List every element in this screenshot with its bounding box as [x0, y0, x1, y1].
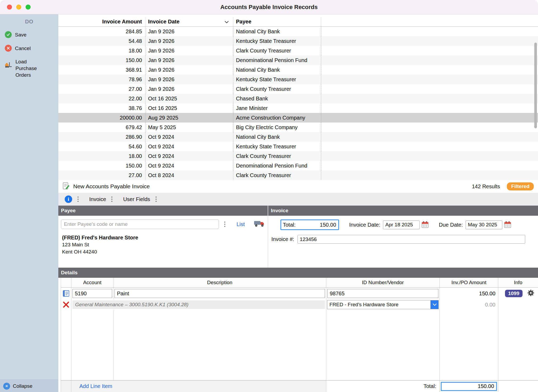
table-row[interactable]: 18.00 Jan 9 2026 Clark County Treasurer — [58, 46, 538, 55]
row-filler — [321, 103, 538, 113]
table-row[interactable]: 368.91 Jan 9 2026 National City Bank — [58, 65, 538, 75]
info-more-options-icon[interactable] — [76, 195, 80, 203]
id-number-input[interactable]: 98765 — [327, 289, 438, 298]
table-row[interactable]: 18.00 Oct 9 2024 Clark County Treasurer — [58, 151, 538, 161]
add-line-item-link[interactable]: Add Line Item — [71, 383, 112, 389]
results-bar: New Accounts Payable Invoice 142 Results… — [58, 180, 538, 193]
save-button[interactable]: Save — [0, 31, 58, 38]
invoice-tab-more-options-icon[interactable] — [110, 195, 114, 203]
invoice-amount-cell: 20000.00 — [58, 113, 145, 123]
invoice-amount-cell: 78.96 — [58, 75, 145, 84]
collapse-button[interactable]: « Collapse — [0, 380, 58, 392]
column-header-invoice-amount[interactable]: Invoice Amount — [58, 17, 145, 26]
results-count: 142 Results — [472, 183, 500, 190]
invoice-total-field[interactable]: Total: 150.00 — [280, 219, 339, 230]
invoice-panel-header: Invoice — [268, 206, 538, 216]
row-filler — [321, 94, 538, 103]
tab-invoice[interactable]: Invoice — [89, 196, 106, 202]
details-total-field-cell: 150.00 — [440, 380, 498, 392]
invoice-amount-cell: 150.00 — [58, 161, 145, 170]
table-row[interactable]: 22.00 Oct 16 2025 Chased Bank — [58, 94, 538, 103]
details-header-id-vendor: ID Number/Vendor — [326, 278, 440, 288]
details-total-label: Total: — [326, 383, 439, 389]
chevron-down-icon[interactable] — [225, 19, 229, 25]
payee-cell: Denominational Pension Fund — [233, 55, 321, 65]
due-date-label: Due Date: — [439, 222, 463, 228]
delete-line-item-icon[interactable] — [61, 299, 71, 310]
details-panel: Details Account Description ID Number/Ve… — [58, 268, 538, 392]
payee-cell: Chased Bank — [233, 94, 321, 103]
invoice-date-cell: May 5 2025 — [145, 123, 233, 132]
invoice-amount-cell: 368.91 — [58, 65, 145, 75]
vendor-dropdown[interactable]: FRED - Fred's Hardware Store — [327, 300, 439, 309]
vertical-scrollbar-thumb[interactable] — [534, 43, 537, 128]
app-window: Accounts Payable Invoice Records DO Save… — [0, 0, 538, 392]
filtered-badge[interactable]: Filtered — [507, 182, 534, 190]
table-row[interactable]: 54.48 Jan 9 2026 Kentucky State Treasure… — [58, 36, 538, 46]
payee-cell: Kentucky State Treasurer — [233, 142, 321, 151]
table-row[interactable]: 284.85 Jan 9 2026 National City Bank — [58, 27, 538, 36]
table-row[interactable]: 20000.00 Aug 29 2025 Acme Construction C… — [58, 113, 538, 123]
invoice-amount-cell: 27.00 — [58, 170, 145, 180]
due-date-calendar-icon[interactable] — [504, 221, 511, 228]
payee-address-line2: Kent OH 44240 — [62, 248, 265, 256]
vendor-dropdown-button[interactable] — [430, 300, 438, 309]
details-header-icon-col — [61, 278, 71, 288]
invoice-amount-cell: 54.60 — [58, 142, 145, 151]
payee-cell: Jane Minister — [233, 103, 321, 113]
badge-1099[interactable]: 1099 — [505, 290, 523, 297]
payee-list-link[interactable]: List — [237, 221, 245, 227]
account-input[interactable]: 5190 — [72, 289, 112, 298]
details-table: Account Description ID Number/Vendor Inv… — [61, 278, 538, 392]
payee-name: (FRED) Fred's Hardware Store — [62, 234, 265, 241]
table-row[interactable]: 150.00 Oct 9 2024 Denominational Pension… — [58, 161, 538, 170]
collapse-label: Collapse — [13, 383, 32, 389]
user-fields-tab-more-options-icon[interactable] — [154, 195, 158, 203]
invoice-amount-cell: 18.00 — [58, 46, 145, 55]
invoice-amount-cell: 38.76 — [58, 103, 145, 113]
invoice-records-table: Invoice Amount Invoice Date Payee 284.85… — [58, 14, 538, 180]
invoice-date-cell: Oct 9 2024 — [145, 161, 233, 170]
payee-search-input[interactable] — [61, 219, 219, 229]
row-filler — [321, 65, 538, 75]
cancel-button[interactable]: Cancel — [0, 45, 58, 52]
invoice-number-label: Invoice #: — [271, 236, 294, 242]
invoice-amount-cell: 679.42 — [58, 123, 145, 132]
table-row[interactable]: 27.00 Oct 8 2024 Clark County Treasurer — [58, 170, 538, 180]
line-item-amount[interactable]: 150.00 — [440, 288, 498, 299]
column-header-invoice-date[interactable]: Invoice Date — [145, 17, 233, 26]
details-total-field[interactable]: 150.00 — [441, 382, 497, 391]
table-row[interactable]: 679.42 May 5 2025 Big City Electric Comp… — [58, 123, 538, 132]
payee-panel-header: Payee — [58, 206, 268, 216]
invoice-date-cell: Jan 9 2026 — [145, 36, 233, 46]
table-row[interactable]: 54.60 Oct 9 2024 Kentucky State Treasure… — [58, 142, 538, 151]
invoice-date-input[interactable] — [383, 220, 420, 229]
due-date-input[interactable] — [466, 220, 502, 229]
invoice-amount-cell: 284.85 — [58, 27, 145, 36]
gear-icon[interactable] — [527, 289, 535, 298]
invoice-amount-cell: 27.00 — [58, 84, 145, 94]
invoice-date-cell: Oct 8 2024 — [145, 170, 233, 180]
table-row[interactable]: 286.90 Oct 9 2024 National City Bank — [58, 132, 538, 142]
table-row[interactable]: 78.96 Jan 9 2026 Kentucky State Treasure… — [58, 75, 538, 84]
payee-cell: National City Bank — [233, 132, 321, 142]
table-row[interactable]: 150.00 Jan 9 2026 Denominational Pension… — [58, 55, 538, 65]
invoice-date-cell: Jan 9 2026 — [145, 84, 233, 94]
info-icon[interactable]: i — [65, 195, 72, 203]
collapse-chevrons-icon: « — [3, 383, 10, 390]
invoice-date-cell: Jan 9 2026 — [145, 27, 233, 36]
tab-bar: i Invoice User Fields — [58, 193, 538, 206]
tab-user-fields[interactable]: User Fields — [123, 196, 150, 202]
table-row[interactable]: 27.00 Jan 9 2026 Clark County Treasurer — [58, 84, 538, 94]
description-input[interactable]: Paint — [115, 289, 325, 298]
invoice-date-calendar-icon[interactable] — [421, 221, 429, 228]
invoice-number-input[interactable] — [297, 235, 525, 244]
column-header-payee[interactable]: Payee — [233, 17, 321, 26]
delivery-truck-icon[interactable] — [254, 220, 265, 228]
table-row[interactable]: 38.76 Oct 16 2025 Jane Minister — [58, 103, 538, 113]
load-purchase-orders-button[interactable]: Load Purchase Orders — [0, 58, 58, 78]
row-filler — [321, 170, 538, 180]
payee-more-options-icon[interactable] — [223, 220, 227, 228]
line-item-detail-icon[interactable] — [61, 288, 71, 299]
row-filler — [321, 46, 538, 55]
